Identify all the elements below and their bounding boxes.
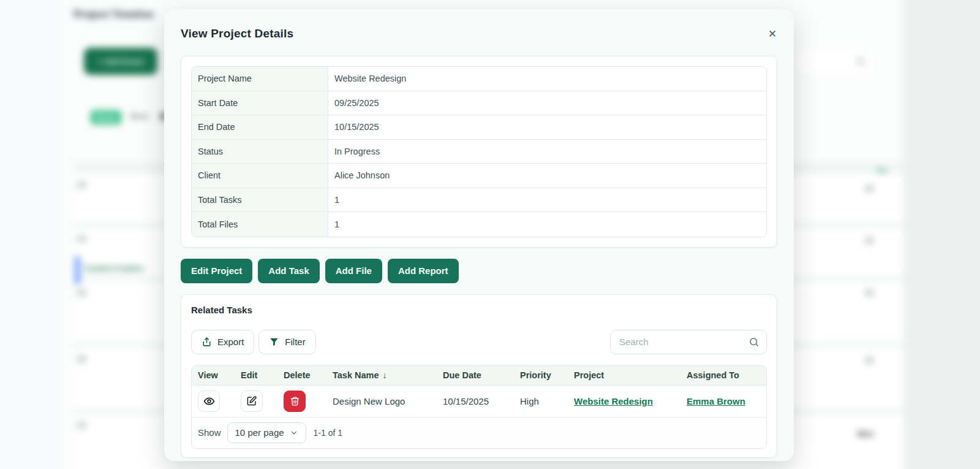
detail-row-end-date: End Date 10/15/2025 (192, 115, 766, 140)
filter-icon (269, 337, 279, 347)
cell-due-date: 10/15/2025 (437, 396, 514, 406)
detail-label: Total Files (192, 212, 328, 237)
project-details-card: Project Name Website Redesign Start Date… (181, 56, 777, 248)
header-edit: Edit (235, 370, 277, 380)
detail-value: 1 (328, 188, 766, 212)
detail-row-project-name: Project Name Website Redesign (192, 67, 766, 91)
day-number (77, 289, 86, 296)
detail-label: End Date (192, 115, 328, 139)
toggle-month: Month (91, 110, 121, 124)
view-project-details-modal: ✕ View Project Details Project Name Webs… (164, 9, 794, 461)
related-tasks-toolbar: Export Filter (191, 330, 767, 354)
filter-button[interactable]: Filter (258, 330, 315, 354)
cell-task-name: Design New Logo (326, 396, 437, 406)
modal-actions: Edit Project Add Task Add File Add Repor… (181, 259, 777, 283)
day-number (77, 356, 86, 362)
detail-value: 1 (328, 212, 766, 237)
detail-value: 10/15/2025 (328, 115, 766, 139)
search-input[interactable] (610, 330, 767, 354)
day-number (77, 181, 86, 188)
show-label: Show (198, 427, 221, 438)
add-report-button[interactable]: Add Report (388, 259, 459, 283)
page-title: Project Timeline (74, 9, 154, 21)
related-tasks-table: View Edit Delete Task Name ↓ Due Date Pr… (191, 365, 767, 449)
day-number (77, 422, 86, 429)
export-icon (202, 337, 212, 347)
detail-value: 09/25/2025 (328, 91, 766, 115)
detail-label: Client (192, 164, 328, 188)
eye-icon (203, 395, 215, 407)
view-row-button[interactable] (198, 391, 220, 412)
event-label: Content Creation (84, 264, 143, 273)
background-right-gutter (903, 0, 980, 469)
detail-row-start-date: Start Date 09/25/2025 (192, 91, 766, 116)
per-page-select[interactable]: 10 per page (227, 422, 306, 443)
header-task-name-label: Task Name (333, 370, 379, 380)
table-footer: Show 10 per page 1-1 of 1 (192, 418, 766, 448)
export-button[interactable]: Export (191, 330, 254, 354)
detail-row-total-tasks: Total Tasks 1 (192, 188, 766, 213)
detail-row-status: Status In Progress (192, 140, 766, 164)
day-number (865, 289, 874, 296)
chevron-down-icon (290, 429, 298, 437)
header-view: View (192, 370, 235, 380)
day-number (865, 357, 874, 364)
detail-value: Website Redesign (328, 67, 766, 91)
day-number (865, 185, 874, 192)
background-search-input (794, 48, 875, 75)
edit-project-button[interactable]: Edit Project (181, 259, 252, 283)
event-bar (75, 256, 80, 284)
detail-label: Status (192, 140, 328, 164)
detail-label: Total Tasks (192, 188, 328, 212)
search-icon (748, 337, 760, 348)
header-assigned-to: Assigned To (680, 370, 766, 380)
day-number (77, 235, 86, 242)
day-number (865, 237, 874, 244)
detail-value: In Progress (328, 140, 766, 164)
cell-priority: High (514, 396, 568, 406)
cell-assigned-to-link[interactable]: Emma Brown (687, 396, 745, 406)
add-task-button[interactable]: Add Task (258, 259, 319, 283)
table-header-row: View Edit Delete Task Name ↓ Due Date Pr… (192, 366, 766, 386)
detail-label: Start Date (192, 91, 328, 115)
edit-row-button[interactable] (241, 391, 263, 412)
table-row: Design New Logo 10/15/2025 High Website … (192, 386, 766, 418)
weekday-label-tue: Tue (876, 167, 888, 174)
weekday-label-mon: Mon (858, 429, 874, 438)
sort-desc-icon: ↓ (383, 370, 387, 380)
cell-project-link[interactable]: Website Redesign (574, 396, 653, 406)
background-left-pane (0, 0, 61, 469)
add-event-button: + Add Event (84, 48, 157, 75)
tasks-search (610, 330, 767, 354)
related-tasks-card: Related Tasks Export Filter View Edit De… (181, 294, 777, 458)
header-project: Project (568, 370, 680, 380)
delete-row-button[interactable] (284, 391, 306, 412)
header-due-date: Due Date (437, 370, 514, 380)
per-page-value: 10 per page (235, 427, 284, 438)
add-file-button[interactable]: Add File (325, 259, 382, 283)
filter-label: Filter (285, 337, 305, 347)
project-details-table: Project Name Website Redesign Start Date… (191, 66, 767, 237)
detail-value: Alice Johnson (328, 164, 766, 188)
toggle-week: Week (130, 112, 149, 121)
header-task-name[interactable]: Task Name ↓ (326, 370, 437, 380)
detail-label: Project Name (192, 67, 328, 91)
search-icon (855, 56, 866, 67)
trash-icon (290, 396, 300, 406)
pagination-range: 1-1 of 1 (314, 428, 342, 438)
modal-title: View Project Details (181, 27, 777, 40)
close-icon[interactable]: ✕ (764, 26, 780, 42)
related-tasks-title: Related Tasks (191, 305, 767, 315)
header-delete: Delete (277, 370, 326, 380)
export-label: Export (217, 337, 244, 347)
header-priority: Priority (514, 370, 568, 380)
edit-icon (246, 395, 257, 406)
detail-row-total-files: Total Files 1 (192, 212, 766, 237)
detail-row-client: Client Alice Johnson (192, 164, 766, 188)
